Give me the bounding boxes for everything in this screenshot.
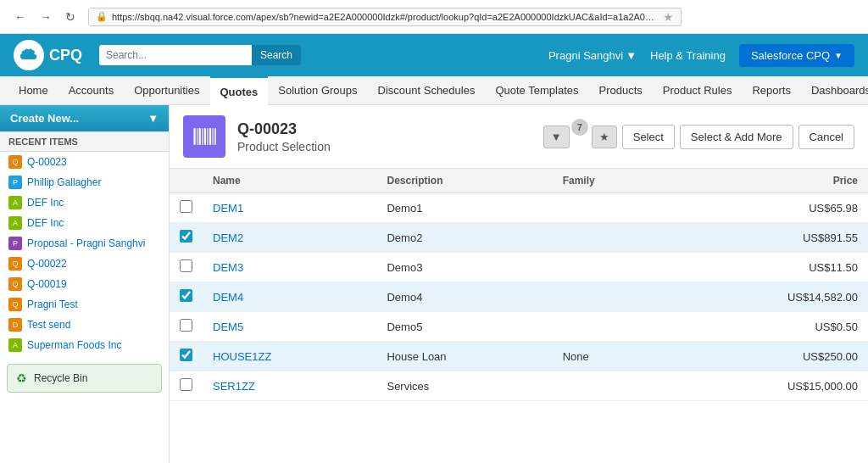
barcode-svg xyxy=(192,125,216,148)
product-name-DEM1: DEM1 xyxy=(203,193,376,223)
svg-rect-0 xyxy=(193,128,195,145)
forward-button[interactable]: → xyxy=(36,8,56,25)
nav-item-dashboards[interactable]: Dashboards xyxy=(801,76,868,105)
checkbox-DEM5[interactable] xyxy=(180,319,192,332)
col-description: Description xyxy=(376,169,552,193)
product-desc-DEM5: Demo5 xyxy=(376,312,552,342)
quote-title-section: Q-00023 Product Selection xyxy=(237,120,543,153)
table-row: SER1ZZServicesUS$15,000.00 xyxy=(170,371,868,401)
quote-barcode-icon xyxy=(183,115,225,158)
recent-item-def-inc-1[interactable]: A DEF Inc xyxy=(0,192,169,213)
nav-item-reports[interactable]: Reports xyxy=(742,76,801,105)
logo-cloud xyxy=(14,40,44,70)
recent-item-test-send[interactable]: D Test send xyxy=(0,315,169,335)
quote-icon-q00019: Q xyxy=(8,277,22,291)
product-desc-DEM4: Demo4 xyxy=(376,282,552,312)
product-price-DEM2: US$891.55 xyxy=(668,223,868,253)
recycle-bin[interactable]: ♻ Recycle Bin xyxy=(7,364,162,393)
address-bar[interactable]: 🔒 https://sbqq.na42.visual.force.com/ape… xyxy=(88,8,682,26)
recycle-bin-icon: ♻ xyxy=(16,371,27,385)
checkbox-HOUSE1ZZ[interactable] xyxy=(180,349,192,361)
recent-item-q00022[interactable]: Q Q-00022 xyxy=(0,254,169,274)
select-button[interactable]: Select xyxy=(622,125,675,149)
account-icon-def2: A xyxy=(8,216,22,230)
nav-item-quote-templates[interactable]: Quote Templates xyxy=(485,76,588,105)
recent-item-proposal[interactable]: P Proposal - Pragni Sanghvi xyxy=(0,233,169,254)
select-add-more-button[interactable]: Select & Add More xyxy=(680,125,793,149)
nav-item-opportunities[interactable]: Opportunities xyxy=(124,76,209,105)
table-row: DEM3Demo3US$11.50 xyxy=(170,253,868,282)
nav-item-discount-schedules[interactable]: Discount Schedules xyxy=(368,76,486,105)
product-family-DEM4 xyxy=(553,282,669,312)
nav-item-product-rules[interactable]: Product Rules xyxy=(653,76,743,105)
recent-item-def-inc-2[interactable]: A DEF Inc xyxy=(0,213,169,233)
sidebar: Create New... ▼ Recent Items Q Q-00023 P… xyxy=(0,105,170,463)
user-name[interactable]: Pragni Sanghvi ▼ xyxy=(548,49,637,62)
nav-bar: Home Accounts Opportunities Quotes Solut… xyxy=(0,76,868,105)
create-new-button[interactable]: Create New... ▼ xyxy=(0,105,169,131)
product-name-DEM2: DEM2 xyxy=(203,223,376,253)
product-desc-DEM2: Demo2 xyxy=(376,223,552,253)
quote-subtitle: Product Selection xyxy=(237,140,543,153)
svg-rect-3 xyxy=(202,128,203,145)
checkbox-DEM4[interactable] xyxy=(180,289,192,302)
nav-item-products[interactable]: Products xyxy=(588,76,652,105)
lock-icon: 🔒 xyxy=(96,11,108,22)
product-price-SER1ZZ: US$15,000.00 xyxy=(668,371,868,401)
recent-item-pragni-test[interactable]: Q Pragni Test xyxy=(0,294,169,315)
recent-item-phillip[interactable]: P Phillip Gallagher xyxy=(0,172,169,192)
recent-item-superman[interactable]: A Superman Foods Inc xyxy=(0,335,169,355)
filter-button[interactable]: ▼ xyxy=(543,126,570,148)
cpq-logo-text: CPQ xyxy=(49,47,82,64)
product-name-DEM4: DEM4 xyxy=(203,282,376,312)
product-name-DEM5: DEM5 xyxy=(203,312,376,342)
recent-item-q00019[interactable]: Q Q-00019 xyxy=(0,274,169,294)
browser-chrome: ← → ↻ 🔒 https://sbqq.na42.visual.force.c… xyxy=(0,0,868,34)
svg-rect-7 xyxy=(213,128,214,145)
proposal-icon: P xyxy=(8,237,22,250)
filter-badge: 7 xyxy=(571,119,588,136)
cancel-button[interactable]: Cancel xyxy=(798,125,854,149)
person-icon-phillip: P xyxy=(8,176,22,189)
product-price-HOUSE1ZZ: US$250.00 xyxy=(668,342,868,371)
product-price-DEM5: US$0.50 xyxy=(668,312,868,342)
svg-rect-5 xyxy=(207,128,208,145)
quote-number: Q-00023 xyxy=(237,120,543,138)
nav-item-home[interactable]: Home xyxy=(8,76,58,105)
recent-items-header: Recent Items xyxy=(0,131,169,152)
nav-item-quotes[interactable]: Quotes xyxy=(210,76,269,105)
back-button[interactable]: ← xyxy=(10,8,31,25)
product-name-HOUSE1ZZ: HOUSE1ZZ xyxy=(203,342,376,371)
checkbox-DEM1[interactable] xyxy=(180,200,192,213)
product-name-DEM3: DEM3 xyxy=(203,253,376,282)
checkbox-SER1ZZ[interactable] xyxy=(180,378,192,391)
table-row: DEM1Demo1US$65.98 xyxy=(170,193,868,223)
content-area: Q-00023 Product Selection ▼ 7 ★ Select S… xyxy=(170,105,868,463)
product-family-DEM5 xyxy=(553,312,669,342)
checkbox-DEM2[interactable] xyxy=(180,230,192,243)
cloud-svg xyxy=(19,46,38,64)
checkbox-DEM3[interactable] xyxy=(180,259,192,272)
table-row: DEM2Demo2US$891.55 xyxy=(170,223,868,253)
table-header-row: Name Description Family Price xyxy=(170,169,868,193)
products-table: Name Description Family Price DEM1Demo1U… xyxy=(170,169,868,401)
account-icon-def1: A xyxy=(8,196,22,209)
help-training-link[interactable]: Help & Training xyxy=(650,49,726,62)
search-input[interactable] xyxy=(99,45,252,65)
browser-nav-controls[interactable]: ← → ↻ xyxy=(10,8,80,25)
bookmark-button[interactable]: ★ xyxy=(663,10,674,24)
recent-item-q00023[interactable]: Q Q-00023 xyxy=(0,152,169,172)
product-family-HOUSE1ZZ: None xyxy=(553,342,669,371)
salesforce-logo: CPQ xyxy=(14,40,82,70)
cpq-button[interactable]: Salesforce CPQ ▼ xyxy=(739,44,854,67)
refresh-button[interactable]: ↻ xyxy=(61,8,80,25)
account-icon-superman: A xyxy=(8,338,22,352)
favorites-button[interactable]: ★ xyxy=(592,126,617,148)
table-row: HOUSE1ZZHouse LoanNoneUS$250.00 xyxy=(170,342,868,371)
nav-item-accounts[interactable]: Accounts xyxy=(58,76,124,105)
product-price-DEM3: US$11.50 xyxy=(668,253,868,282)
nav-item-solution-groups[interactable]: Solution Groups xyxy=(268,76,367,105)
search-button[interactable]: Search xyxy=(252,45,301,65)
search-container: Search xyxy=(99,45,548,65)
create-new-arrow: ▼ xyxy=(147,112,159,125)
